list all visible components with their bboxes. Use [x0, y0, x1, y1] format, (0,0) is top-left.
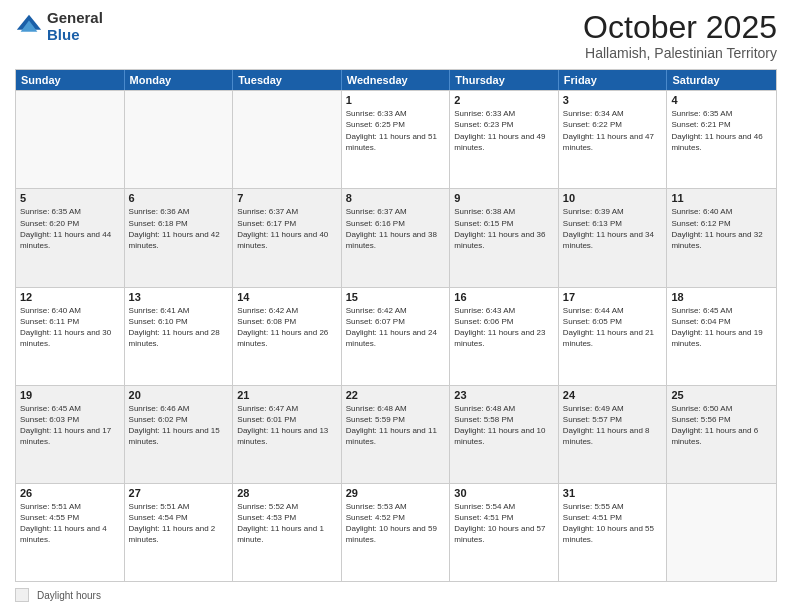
- header-friday: Friday: [559, 70, 668, 90]
- cell-info: Sunrise: 6:37 AMSunset: 6:16 PMDaylight:…: [346, 206, 446, 251]
- table-row: 28Sunrise: 5:52 AMSunset: 4:53 PMDayligh…: [233, 484, 342, 581]
- cell-info: Sunrise: 6:41 AMSunset: 6:10 PMDaylight:…: [129, 305, 229, 350]
- cell-info: Sunrise: 6:48 AMSunset: 5:59 PMDaylight:…: [346, 403, 446, 448]
- table-row: [16, 91, 125, 188]
- cell-info: Sunrise: 6:33 AMSunset: 6:23 PMDaylight:…: [454, 108, 554, 153]
- table-row: [233, 91, 342, 188]
- table-row: 18Sunrise: 6:45 AMSunset: 6:04 PMDayligh…: [667, 288, 776, 385]
- calendar-body: 1Sunrise: 6:33 AMSunset: 6:25 PMDaylight…: [16, 90, 776, 581]
- day-number: 2: [454, 94, 554, 106]
- day-number: 28: [237, 487, 337, 499]
- table-row: 31Sunrise: 5:55 AMSunset: 4:51 PMDayligh…: [559, 484, 668, 581]
- logo-icon: [15, 13, 43, 41]
- location-title: Hallamish, Palestinian Territory: [583, 45, 777, 61]
- logo-general: General: [47, 10, 103, 27]
- legend-box: [15, 588, 29, 602]
- calendar-row: 12Sunrise: 6:40 AMSunset: 6:11 PMDayligh…: [16, 287, 776, 385]
- day-number: 15: [346, 291, 446, 303]
- cell-info: Sunrise: 6:40 AMSunset: 6:12 PMDaylight:…: [671, 206, 772, 251]
- day-number: 12: [20, 291, 120, 303]
- header-wednesday: Wednesday: [342, 70, 451, 90]
- day-number: 6: [129, 192, 229, 204]
- calendar-row: 19Sunrise: 6:45 AMSunset: 6:03 PMDayligh…: [16, 385, 776, 483]
- day-number: 17: [563, 291, 663, 303]
- table-row: 9Sunrise: 6:38 AMSunset: 6:15 PMDaylight…: [450, 189, 559, 286]
- day-number: 9: [454, 192, 554, 204]
- footer: Daylight hours: [15, 588, 777, 602]
- day-number: 27: [129, 487, 229, 499]
- day-number: 14: [237, 291, 337, 303]
- day-number: 24: [563, 389, 663, 401]
- cell-info: Sunrise: 5:52 AMSunset: 4:53 PMDaylight:…: [237, 501, 337, 546]
- table-row: 10Sunrise: 6:39 AMSunset: 6:13 PMDayligh…: [559, 189, 668, 286]
- table-row: [125, 91, 234, 188]
- table-row: 20Sunrise: 6:46 AMSunset: 6:02 PMDayligh…: [125, 386, 234, 483]
- table-row: [667, 484, 776, 581]
- table-row: 17Sunrise: 6:44 AMSunset: 6:05 PMDayligh…: [559, 288, 668, 385]
- table-row: 7Sunrise: 6:37 AMSunset: 6:17 PMDaylight…: [233, 189, 342, 286]
- table-row: 24Sunrise: 6:49 AMSunset: 5:57 PMDayligh…: [559, 386, 668, 483]
- day-number: 22: [346, 389, 446, 401]
- table-row: 15Sunrise: 6:42 AMSunset: 6:07 PMDayligh…: [342, 288, 451, 385]
- table-row: 22Sunrise: 6:48 AMSunset: 5:59 PMDayligh…: [342, 386, 451, 483]
- table-row: 27Sunrise: 5:51 AMSunset: 4:54 PMDayligh…: [125, 484, 234, 581]
- cell-info: Sunrise: 6:46 AMSunset: 6:02 PMDaylight:…: [129, 403, 229, 448]
- cell-info: Sunrise: 5:51 AMSunset: 4:55 PMDaylight:…: [20, 501, 120, 546]
- cell-info: Sunrise: 6:39 AMSunset: 6:13 PMDaylight:…: [563, 206, 663, 251]
- table-row: 4Sunrise: 6:35 AMSunset: 6:21 PMDaylight…: [667, 91, 776, 188]
- calendar-row: 26Sunrise: 5:51 AMSunset: 4:55 PMDayligh…: [16, 483, 776, 581]
- cell-info: Sunrise: 6:35 AMSunset: 6:20 PMDaylight:…: [20, 206, 120, 251]
- cell-info: Sunrise: 6:45 AMSunset: 6:04 PMDaylight:…: [671, 305, 772, 350]
- header-saturday: Saturday: [667, 70, 776, 90]
- cell-info: Sunrise: 6:38 AMSunset: 6:15 PMDaylight:…: [454, 206, 554, 251]
- day-number: 11: [671, 192, 772, 204]
- table-row: 30Sunrise: 5:54 AMSunset: 4:51 PMDayligh…: [450, 484, 559, 581]
- header-tuesday: Tuesday: [233, 70, 342, 90]
- day-number: 19: [20, 389, 120, 401]
- calendar: Sunday Monday Tuesday Wednesday Thursday…: [15, 69, 777, 582]
- logo-text: General Blue: [47, 10, 103, 43]
- day-number: 4: [671, 94, 772, 106]
- day-number: 10: [563, 192, 663, 204]
- cell-info: Sunrise: 6:40 AMSunset: 6:11 PMDaylight:…: [20, 305, 120, 350]
- cell-info: Sunrise: 6:37 AMSunset: 6:17 PMDaylight:…: [237, 206, 337, 251]
- table-row: 16Sunrise: 6:43 AMSunset: 6:06 PMDayligh…: [450, 288, 559, 385]
- cell-info: Sunrise: 6:35 AMSunset: 6:21 PMDaylight:…: [671, 108, 772, 153]
- cell-info: Sunrise: 6:45 AMSunset: 6:03 PMDaylight:…: [20, 403, 120, 448]
- cell-info: Sunrise: 6:44 AMSunset: 6:05 PMDaylight:…: [563, 305, 663, 350]
- table-row: 11Sunrise: 6:40 AMSunset: 6:12 PMDayligh…: [667, 189, 776, 286]
- page: General Blue October 2025 Hallamish, Pal…: [0, 0, 792, 612]
- cell-info: Sunrise: 6:42 AMSunset: 6:07 PMDaylight:…: [346, 305, 446, 350]
- table-row: 25Sunrise: 6:50 AMSunset: 5:56 PMDayligh…: [667, 386, 776, 483]
- cell-info: Sunrise: 6:36 AMSunset: 6:18 PMDaylight:…: [129, 206, 229, 251]
- table-row: 1Sunrise: 6:33 AMSunset: 6:25 PMDaylight…: [342, 91, 451, 188]
- cell-info: Sunrise: 5:51 AMSunset: 4:54 PMDaylight:…: [129, 501, 229, 546]
- header: General Blue October 2025 Hallamish, Pal…: [15, 10, 777, 61]
- title-block: October 2025 Hallamish, Palestinian Terr…: [583, 10, 777, 61]
- day-number: 20: [129, 389, 229, 401]
- day-number: 29: [346, 487, 446, 499]
- table-row: 12Sunrise: 6:40 AMSunset: 6:11 PMDayligh…: [16, 288, 125, 385]
- cell-info: Sunrise: 6:47 AMSunset: 6:01 PMDaylight:…: [237, 403, 337, 448]
- legend-label: Daylight hours: [37, 590, 101, 601]
- cell-info: Sunrise: 6:49 AMSunset: 5:57 PMDaylight:…: [563, 403, 663, 448]
- cell-info: Sunrise: 6:33 AMSunset: 6:25 PMDaylight:…: [346, 108, 446, 153]
- table-row: 23Sunrise: 6:48 AMSunset: 5:58 PMDayligh…: [450, 386, 559, 483]
- day-number: 1: [346, 94, 446, 106]
- cell-info: Sunrise: 6:48 AMSunset: 5:58 PMDaylight:…: [454, 403, 554, 448]
- table-row: 26Sunrise: 5:51 AMSunset: 4:55 PMDayligh…: [16, 484, 125, 581]
- calendar-row: 1Sunrise: 6:33 AMSunset: 6:25 PMDaylight…: [16, 90, 776, 188]
- table-row: 8Sunrise: 6:37 AMSunset: 6:16 PMDaylight…: [342, 189, 451, 286]
- table-row: 19Sunrise: 6:45 AMSunset: 6:03 PMDayligh…: [16, 386, 125, 483]
- cell-info: Sunrise: 6:42 AMSunset: 6:08 PMDaylight:…: [237, 305, 337, 350]
- cell-info: Sunrise: 6:50 AMSunset: 5:56 PMDaylight:…: [671, 403, 772, 448]
- table-row: 6Sunrise: 6:36 AMSunset: 6:18 PMDaylight…: [125, 189, 234, 286]
- day-number: 13: [129, 291, 229, 303]
- table-row: 13Sunrise: 6:41 AMSunset: 6:10 PMDayligh…: [125, 288, 234, 385]
- logo-blue: Blue: [47, 27, 103, 44]
- table-row: 2Sunrise: 6:33 AMSunset: 6:23 PMDaylight…: [450, 91, 559, 188]
- header-monday: Monday: [125, 70, 234, 90]
- day-number: 25: [671, 389, 772, 401]
- day-number: 16: [454, 291, 554, 303]
- cell-info: Sunrise: 5:53 AMSunset: 4:52 PMDaylight:…: [346, 501, 446, 546]
